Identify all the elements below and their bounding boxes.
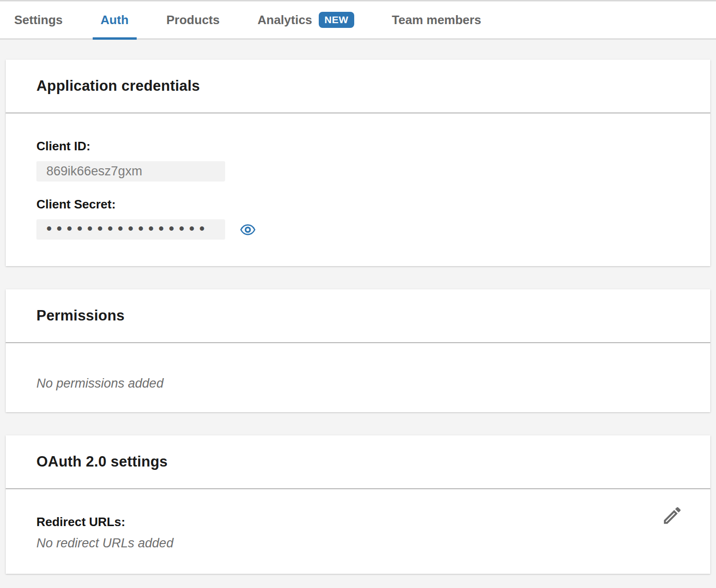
tab-products[interactable]: Products <box>158 1 228 38</box>
tab-team-members[interactable]: Team members <box>384 1 489 38</box>
tab-team-members-label: Team members <box>392 13 481 27</box>
tab-products-label: Products <box>166 13 220 27</box>
new-badge: NEW <box>319 12 354 28</box>
tab-auth-label: Auth <box>101 13 129 27</box>
pencil-icon <box>661 504 683 527</box>
redirect-urls-label: Redirect URLs: <box>36 515 680 529</box>
oauth-settings-body: Redirect URLs: No redirect URLs added <box>6 489 710 574</box>
client-secret-label: Client Secret: <box>36 197 680 211</box>
permissions-body: No permissions added <box>6 343 710 412</box>
reveal-secret-button[interactable] <box>240 222 256 238</box>
client-secret-row: •••••••••••••••• <box>36 211 680 240</box>
tab-analytics-label: Analytics <box>257 13 312 27</box>
permissions-title: Permissions <box>36 307 125 324</box>
app-tab-bar: Settings Auth Products Analytics NEW Tea… <box>0 1 716 40</box>
application-credentials-card: Application credentials Client ID: 869ik… <box>6 60 710 266</box>
auth-tab-content: Application credentials Client ID: 869ik… <box>0 40 716 584</box>
tab-analytics[interactable]: Analytics NEW <box>249 1 362 38</box>
redirect-urls-empty-text: No redirect URLs added <box>36 536 680 551</box>
edit-redirect-urls-button[interactable] <box>661 504 683 527</box>
tab-settings[interactable]: Settings <box>6 1 71 38</box>
client-id-label: Client ID: <box>36 139 680 153</box>
tab-settings-label: Settings <box>14 13 63 27</box>
eye-icon <box>240 222 256 238</box>
client-secret-masked-value: •••••••••••••••• <box>46 219 225 239</box>
application-credentials-title: Application credentials <box>36 78 200 95</box>
oauth-settings-header: OAuth 2.0 settings <box>6 435 710 489</box>
permissions-empty-text: No permissions added <box>36 376 680 391</box>
application-credentials-body: Client ID: 869ik66esz7gxm Client Secret:… <box>6 113 710 266</box>
permissions-header: Permissions <box>6 289 710 343</box>
application-credentials-header: Application credentials <box>6 60 710 113</box>
tab-auth[interactable]: Auth <box>93 1 137 38</box>
permissions-card: Permissions No permissions added <box>6 289 710 412</box>
client-secret-field[interactable]: •••••••••••••••• <box>36 219 225 240</box>
client-id-value: 869ik66esz7gxm <box>46 164 142 178</box>
oauth-settings-title: OAuth 2.0 settings <box>36 453 167 470</box>
oauth-settings-card: OAuth 2.0 settings Redirect URLs: No red… <box>6 435 710 574</box>
client-id-field[interactable]: 869ik66esz7gxm <box>36 161 225 182</box>
